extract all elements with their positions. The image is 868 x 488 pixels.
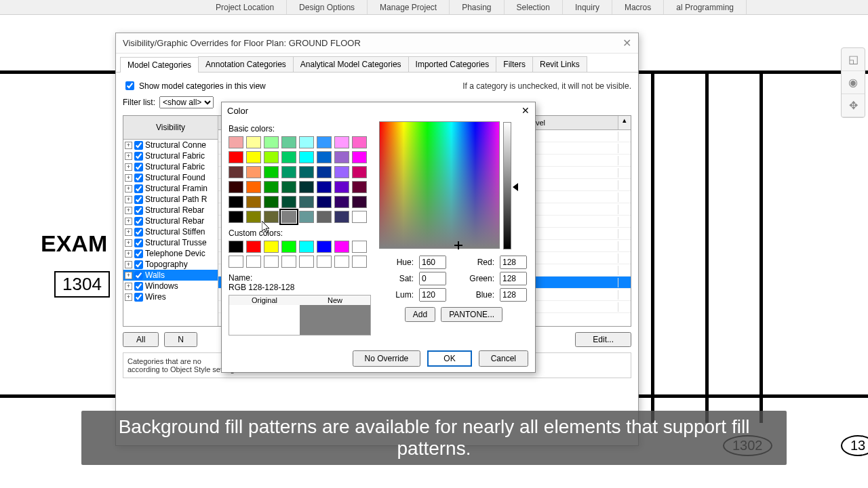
category-row[interactable]: +Topography bbox=[123, 259, 218, 270]
tab-analytical-model-categories[interactable]: Analytical Model Categories bbox=[293, 56, 409, 72]
category-row[interactable]: +Structural Found bbox=[123, 172, 218, 183]
ribbon-inquiry[interactable]: Inquiry bbox=[563, 0, 612, 14]
category-checkbox[interactable] bbox=[134, 271, 143, 280]
ribbon-selection[interactable]: Selection bbox=[505, 0, 563, 14]
tab-imported-categories[interactable]: Imported Categories bbox=[408, 56, 497, 72]
color-swatch[interactable] bbox=[317, 166, 332, 178]
category-checkbox[interactable] bbox=[134, 293, 143, 302]
category-tree[interactable]: +Structural Conne+Structural Fabric+Stru… bbox=[123, 140, 218, 302]
color-swatch[interactable] bbox=[246, 196, 261, 208]
color-swatch[interactable] bbox=[229, 196, 243, 208]
color-swatch[interactable] bbox=[317, 151, 332, 163]
category-row[interactable]: +Structural Trusse bbox=[123, 237, 218, 248]
color-swatch[interactable] bbox=[334, 196, 349, 208]
category-row[interactable]: +Structural Conne bbox=[123, 140, 218, 150]
empty-custom-swatch[interactable] bbox=[229, 256, 243, 268]
tab-filters[interactable]: Filters bbox=[496, 56, 533, 72]
color-swatch[interactable] bbox=[352, 136, 367, 148]
expander-icon[interactable]: + bbox=[125, 207, 132, 214]
custom-color-swatch[interactable] bbox=[246, 241, 261, 253]
tab-revit-links[interactable]: Revit Links bbox=[532, 56, 587, 72]
category-checkbox[interactable] bbox=[134, 249, 143, 258]
color-swatch[interactable] bbox=[334, 151, 349, 163]
empty-custom-swatch[interactable] bbox=[264, 256, 279, 268]
select-none-button[interactable]: N bbox=[164, 332, 197, 347]
expander-icon[interactable]: + bbox=[125, 163, 132, 171]
ribbon-project-location[interactable]: Project Location bbox=[203, 0, 287, 14]
expander-icon[interactable]: + bbox=[125, 218, 132, 225]
category-row[interactable]: +Structural Fabric bbox=[123, 161, 218, 172]
category-row[interactable]: +Structural Rebar bbox=[123, 216, 218, 226]
empty-custom-swatch[interactable] bbox=[317, 256, 332, 268]
expander-icon[interactable]: + bbox=[125, 293, 132, 301]
color-swatch[interactable] bbox=[264, 166, 279, 178]
color-swatch[interactable] bbox=[264, 136, 279, 148]
edit-button[interactable]: Edit... bbox=[575, 332, 631, 347]
category-checkbox[interactable] bbox=[134, 174, 143, 182]
category-checkbox[interactable] bbox=[134, 195, 143, 204]
color-swatch[interactable] bbox=[352, 151, 367, 163]
sat-input[interactable] bbox=[419, 272, 446, 285]
color-swatch[interactable] bbox=[281, 211, 296, 223]
expander-icon[interactable]: + bbox=[125, 250, 132, 258]
nav-pan-icon[interactable]: ✥ bbox=[842, 94, 865, 117]
show-model-categories-checkbox[interactable] bbox=[125, 81, 134, 90]
expander-icon[interactable]: + bbox=[125, 272, 132, 279]
category-checkbox[interactable] bbox=[134, 260, 143, 269]
tab-annotation-categories[interactable]: Annotation Categories bbox=[198, 56, 294, 72]
category-checkbox[interactable] bbox=[134, 228, 143, 237]
category-checkbox[interactable] bbox=[134, 239, 143, 247]
filter-list-select[interactable]: <show all> bbox=[159, 96, 214, 108]
custom-color-swatch[interactable] bbox=[281, 241, 296, 253]
ribbon-macros[interactable]: Macros bbox=[612, 0, 664, 14]
custom-color-swatch[interactable] bbox=[299, 241, 314, 253]
no-override-button[interactable]: No Override bbox=[353, 350, 421, 367]
ribbon-design-options[interactable]: Design Options bbox=[287, 0, 368, 14]
color-swatch[interactable] bbox=[281, 151, 296, 163]
color-swatch[interactable] bbox=[299, 166, 314, 178]
blue-input[interactable] bbox=[500, 288, 527, 302]
ribbon-manage-project[interactable]: Manage Project bbox=[368, 0, 450, 14]
expander-icon[interactable]: + bbox=[125, 283, 132, 290]
custom-color-swatch[interactable] bbox=[317, 241, 332, 253]
category-checkbox[interactable] bbox=[134, 141, 143, 150]
color-swatch[interactable] bbox=[299, 151, 314, 163]
color-swatch[interactable] bbox=[317, 136, 332, 148]
nav-cube-icon[interactable]: ◱ bbox=[842, 48, 865, 71]
category-checkbox[interactable] bbox=[134, 206, 143, 215]
color-swatch[interactable] bbox=[229, 136, 243, 148]
cancel-button[interactable]: Cancel bbox=[479, 350, 528, 367]
color-swatch[interactable] bbox=[246, 181, 261, 193]
color-swatch[interactable] bbox=[299, 181, 314, 193]
empty-custom-swatch[interactable] bbox=[352, 256, 367, 268]
category-checkbox[interactable] bbox=[134, 163, 143, 171]
empty-custom-swatch[interactable] bbox=[299, 256, 314, 268]
close-icon[interactable]: ✕ bbox=[623, 37, 631, 49]
category-row[interactable]: +Structural Rebar bbox=[123, 205, 218, 216]
category-row[interactable]: +Walls bbox=[123, 270, 218, 281]
color-swatch[interactable] bbox=[246, 166, 261, 178]
custom-color-swatch[interactable] bbox=[229, 241, 243, 253]
color-swatch[interactable] bbox=[334, 211, 349, 223]
category-checkbox[interactable] bbox=[134, 152, 143, 161]
color-swatch[interactable] bbox=[264, 181, 279, 193]
empty-custom-swatch[interactable] bbox=[281, 256, 296, 268]
color-swatch[interactable] bbox=[264, 151, 279, 163]
ribbon-phasing[interactable]: Phasing bbox=[450, 0, 504, 14]
custom-color-swatch[interactable] bbox=[352, 241, 367, 253]
green-input[interactable] bbox=[500, 272, 527, 285]
category-row[interactable]: +Wires bbox=[123, 291, 218, 302]
color-swatch[interactable] bbox=[246, 211, 261, 223]
color-swatch[interactable] bbox=[246, 136, 261, 148]
category-row[interactable]: +Telephone Devic bbox=[123, 248, 218, 259]
expander-icon[interactable]: + bbox=[125, 239, 132, 247]
color-swatch[interactable] bbox=[229, 151, 243, 163]
color-swatch[interactable] bbox=[299, 211, 314, 223]
tab-model-categories[interactable]: Model Categories bbox=[120, 57, 199, 73]
expander-icon[interactable]: + bbox=[125, 142, 132, 149]
ok-button[interactable]: OK bbox=[427, 350, 471, 367]
color-swatch[interactable] bbox=[281, 166, 296, 178]
empty-custom-swatch[interactable] bbox=[246, 256, 261, 268]
color-swatch[interactable] bbox=[334, 136, 349, 148]
hue-input[interactable] bbox=[419, 256, 446, 269]
